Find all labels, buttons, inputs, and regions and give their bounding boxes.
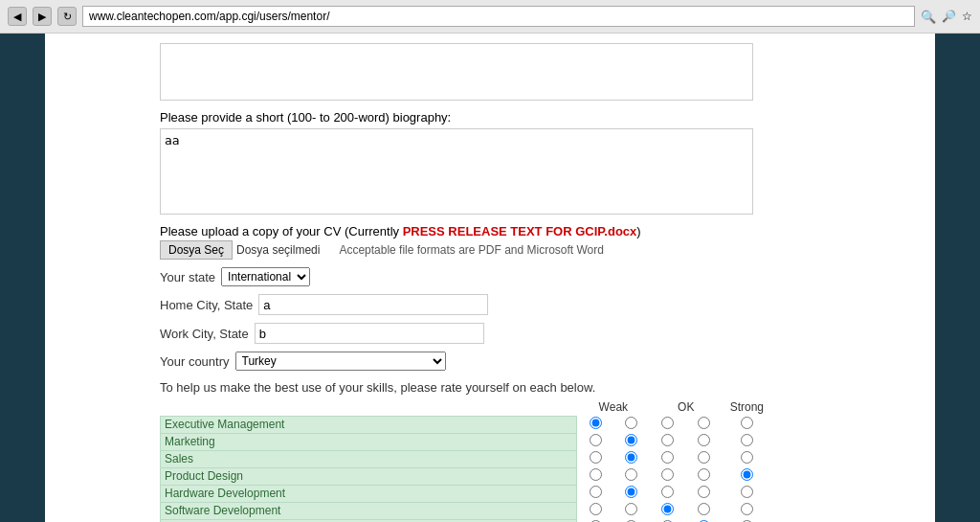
radio-cell[interactable] — [577, 502, 613, 519]
cv-label-suffix: ) — [636, 224, 640, 238]
radio-cell[interactable] — [650, 433, 686, 450]
home-city-row: Home City, State — [160, 294, 916, 315]
col-weak: Weak — [577, 398, 650, 416]
table-row: Sales — [161, 450, 772, 467]
acceptable-formats: Acceptable file formats are PDF and Micr… — [339, 243, 604, 257]
table-row: Product Design — [161, 467, 772, 485]
radio-cell[interactable] — [577, 450, 613, 467]
radio-cell[interactable] — [577, 433, 613, 450]
country-row: Your country Turkey United States Canada… — [160, 352, 916, 371]
col-strong: Strong — [723, 398, 772, 416]
state-label: Your state — [160, 270, 215, 284]
radio-cell[interactable] — [686, 450, 723, 467]
cv-label-prefix: Please upload a copy of your CV (Current… — [160, 224, 403, 238]
table-row: Software Development — [161, 502, 772, 519]
radio-cell[interactable] — [686, 485, 723, 502]
page-content: Please provide a short (100- to 200-word… — [45, 34, 935, 522]
radio-cell[interactable] — [613, 433, 650, 450]
radio-cell[interactable] — [613, 450, 650, 467]
radio-cell[interactable] — [686, 467, 723, 485]
radio-cell[interactable] — [650, 502, 686, 519]
skills-section: To help us make the best use of your ski… — [160, 380, 916, 522]
refresh-button[interactable]: ↻ — [57, 7, 77, 26]
skill-name-cell: Software Development — [161, 502, 577, 519]
radio-cell[interactable] — [686, 433, 723, 450]
radio-cell[interactable] — [723, 467, 772, 485]
radio-cell[interactable] — [613, 485, 650, 502]
table-row: Marketing — [161, 433, 772, 450]
forward-button[interactable]: ▶ — [33, 7, 52, 26]
cv-link[interactable]: PRESS RELEASE TEXT FOR GCIP.docx — [403, 224, 637, 238]
bio-label: Please provide a short (100- to 200-word… — [160, 110, 916, 125]
table-row: Executive Management — [161, 416, 772, 433]
radio-cell[interactable] — [577, 467, 613, 485]
radio-cell[interactable] — [650, 416, 686, 433]
top-textarea[interactable] — [160, 43, 753, 101]
star-icon: ☆ — [962, 10, 972, 23]
radio-cell[interactable] — [577, 485, 613, 502]
address-bar[interactable] — [82, 6, 915, 27]
radio-cell[interactable] — [650, 485, 686, 502]
bio-row: Please provide a short (100- to 200-word… — [160, 110, 916, 215]
radio-cell[interactable] — [650, 450, 686, 467]
work-city-input[interactable] — [255, 323, 484, 344]
radio-cell[interactable] — [686, 502, 723, 519]
top-textarea-row — [160, 43, 916, 101]
back-button[interactable]: ◀ — [8, 7, 27, 26]
country-select[interactable]: Turkey United States Canada Germany — [235, 352, 446, 371]
radio-cell[interactable] — [723, 450, 772, 467]
skill-name-cell: Sales — [161, 450, 577, 467]
cv-upload-row: Dosya Seç Dosya seçilmedi Acceptable fil… — [160, 240, 916, 260]
radio-cell[interactable] — [650, 467, 686, 485]
skill-name-cell: Product Design — [161, 467, 577, 485]
cv-section: Please upload a copy of your CV (Current… — [160, 224, 916, 260]
radio-cell[interactable] — [613, 467, 650, 485]
home-city-label: Home City, State — [160, 298, 253, 312]
zoom-icon: 🔎 — [942, 10, 956, 23]
radio-cell[interactable] — [613, 416, 650, 433]
skill-name-cell: Hardware Development — [161, 485, 577, 502]
table-row: Hardware Development — [161, 485, 772, 502]
browser-toolbar: ◀ ▶ ↻ 🔍 🔎 ☆ — [0, 0, 980, 34]
radio-cell[interactable] — [723, 416, 772, 433]
home-city-input[interactable] — [258, 294, 488, 315]
state-row: Your state International Alabama Alaska … — [160, 267, 916, 286]
state-select[interactable]: International Alabama Alaska Arizona — [221, 267, 310, 286]
radio-cell[interactable] — [577, 416, 613, 433]
work-city-row: Work City, State — [160, 323, 916, 344]
skill-name-cell: Executive Management — [161, 416, 577, 433]
radio-cell[interactable] — [686, 416, 723, 433]
skills-table: Weak OK Strong Executive ManagementMarke… — [160, 398, 772, 522]
skill-name-cell: Marketing — [161, 433, 577, 450]
bio-textarea[interactable]: aa — [160, 128, 753, 215]
radio-cell[interactable] — [723, 433, 772, 450]
file-selected-label: Dosya seçilmedi — [236, 243, 320, 257]
work-city-label: Work City, State — [160, 327, 249, 341]
file-select-button[interactable]: Dosya Seç — [160, 240, 233, 260]
skills-intro: To help us make the best use of your ski… — [160, 380, 916, 395]
radio-cell[interactable] — [723, 502, 772, 519]
cv-label-row: Please upload a copy of your CV (Current… — [160, 224, 916, 238]
radio-cell[interactable] — [613, 502, 650, 519]
col-ok: OK — [650, 398, 723, 416]
country-label: Your country — [160, 354, 230, 369]
search-icon: 🔍 — [921, 10, 936, 24]
radio-cell[interactable] — [723, 485, 772, 502]
